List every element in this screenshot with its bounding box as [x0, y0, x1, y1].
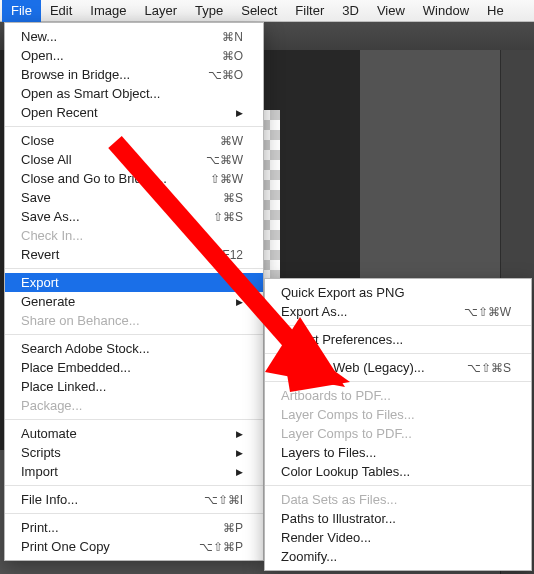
submenu-arrow-icon: ▶	[236, 467, 243, 477]
export-item-layers-to-files[interactable]: Layers to Files...	[265, 443, 531, 462]
menu-filter[interactable]: Filter	[286, 0, 333, 22]
shortcut-label: ⌘N	[222, 30, 243, 44]
menu-item-label: Artboards to PDF...	[281, 388, 391, 403]
menu-item-label: Export	[21, 275, 59, 290]
file-item-browse-in-bridge[interactable]: Browse in Bridge...⌥⌘O	[5, 65, 263, 84]
menu-item-label: Revert	[21, 247, 59, 262]
export-item-quick-export-as-png[interactable]: Quick Export as PNG	[265, 283, 531, 302]
shortcut-label: ⌥⇧⌘S	[467, 361, 511, 375]
file-item-automate[interactable]: Automate▶	[5, 424, 263, 443]
export-item-export-as[interactable]: Export As...⌥⇧⌘W	[265, 302, 531, 321]
menu-item-label: Generate	[21, 294, 75, 309]
menu-item-label: New...	[21, 29, 57, 44]
menu-view[interactable]: View	[368, 0, 414, 22]
menu-layer[interactable]: Layer	[136, 0, 187, 22]
export-item-paths-to-illustrator[interactable]: Paths to Illustrator...	[265, 509, 531, 528]
file-item-place-linked[interactable]: Place Linked...	[5, 377, 263, 396]
menu-item-label: Data Sets as Files...	[281, 492, 397, 507]
submenu-arrow-icon: ▶	[236, 448, 243, 458]
export-item-save-for-web-legacy[interactable]: Save for Web (Legacy)...⌥⇧⌘S	[265, 358, 531, 377]
shortcut-label: ⌥⌘O	[208, 68, 243, 82]
menu-edit[interactable]: Edit	[41, 0, 81, 22]
export-item-artboards-to-pdf: Artboards to PDF...	[265, 386, 531, 405]
menu-item-label: Zoomify...	[281, 549, 337, 564]
menu-item-label: Browse in Bridge...	[21, 67, 130, 82]
export-item-export-preferences[interactable]: Export Preferences...	[265, 330, 531, 349]
file-item-print-one-copy[interactable]: Print One Copy⌥⇧⌘P	[5, 537, 263, 556]
export-item-data-sets-as-files: Data Sets as Files...	[265, 490, 531, 509]
file-item-export[interactable]: Export▶	[5, 273, 263, 292]
file-item-generate[interactable]: Generate▶	[5, 292, 263, 311]
menu-he[interactable]: He	[478, 0, 513, 22]
file-item-open-recent[interactable]: Open Recent▶	[5, 103, 263, 122]
menu-item-label: Print One Copy	[21, 539, 110, 554]
menu-item-label: Package...	[21, 398, 82, 413]
export-item-render-video[interactable]: Render Video...	[265, 528, 531, 547]
menu-3d[interactable]: 3D	[333, 0, 368, 22]
menu-item-label: Place Embedded...	[21, 360, 131, 375]
file-item-save-as[interactable]: Save As...⇧⌘S	[5, 207, 263, 226]
file-item-scripts[interactable]: Scripts▶	[5, 443, 263, 462]
file-item-place-embedded[interactable]: Place Embedded...	[5, 358, 263, 377]
menu-item-label: File Info...	[21, 492, 78, 507]
file-item-close-and-go-to-bridge[interactable]: Close and Go to Bridge...⇧⌘W	[5, 169, 263, 188]
menu-item-label: Check In...	[21, 228, 83, 243]
file-item-package: Package...	[5, 396, 263, 415]
file-item-print[interactable]: Print...⌘P	[5, 518, 263, 537]
menu-item-label: Open...	[21, 48, 64, 63]
submenu-arrow-icon: ▶	[236, 278, 243, 288]
file-menu[interactable]: New...⌘NOpen...⌘OBrowse in Bridge...⌥⌘OO…	[4, 22, 264, 561]
export-submenu[interactable]: Quick Export as PNGExport As...⌥⇧⌘WExpor…	[264, 278, 532, 571]
shortcut-label: ⌘S	[223, 191, 243, 205]
menu-window[interactable]: Window	[414, 0, 478, 22]
file-item-new[interactable]: New...⌘N	[5, 27, 263, 46]
file-item-open[interactable]: Open...⌘O	[5, 46, 263, 65]
file-item-revert[interactable]: RevertF12	[5, 245, 263, 264]
menu-item-label: Place Linked...	[21, 379, 106, 394]
menu-item-label: Close	[21, 133, 54, 148]
export-item-zoomify[interactable]: Zoomify...	[265, 547, 531, 566]
menu-item-label: Save As...	[21, 209, 80, 224]
shortcut-label: ⌥⌘W	[206, 153, 243, 167]
shortcut-label: ⇧⌘S	[213, 210, 243, 224]
menu-item-label: Paths to Illustrator...	[281, 511, 396, 526]
submenu-arrow-icon: ▶	[236, 429, 243, 439]
menu-item-label: Color Lookup Tables...	[281, 464, 410, 479]
menu-item-label: Share on Behance...	[21, 313, 140, 328]
file-item-close[interactable]: Close⌘W	[5, 131, 263, 150]
menu-item-label: Render Video...	[281, 530, 371, 545]
submenu-arrow-icon: ▶	[236, 108, 243, 118]
shortcut-label: ⌥⇧⌘I	[204, 493, 243, 507]
export-item-color-lookup-tables[interactable]: Color Lookup Tables...	[265, 462, 531, 481]
menu-file[interactable]: File	[2, 0, 41, 22]
file-item-file-info[interactable]: File Info...⌥⇧⌘I	[5, 490, 263, 509]
shortcut-label: ⌥⇧⌘W	[464, 305, 511, 319]
menu-item-label: Save for Web (Legacy)...	[281, 360, 425, 375]
shortcut-label: ⌘W	[220, 134, 243, 148]
shortcut-label: ⌘P	[223, 521, 243, 535]
file-item-import[interactable]: Import▶	[5, 462, 263, 481]
file-item-search-adobe-stock[interactable]: Search Adobe Stock...	[5, 339, 263, 358]
export-item-layer-comps-to-pdf: Layer Comps to PDF...	[265, 424, 531, 443]
file-item-save[interactable]: Save⌘S	[5, 188, 263, 207]
menu-item-label: Close and Go to Bridge...	[21, 171, 167, 186]
menu-item-label: Import	[21, 464, 58, 479]
file-item-open-as-smart-object[interactable]: Open as Smart Object...	[5, 84, 263, 103]
menu-item-label: Automate	[21, 426, 77, 441]
menu-image[interactable]: Image	[81, 0, 135, 22]
shortcut-label: ⌥⇧⌘P	[199, 540, 243, 554]
menu-item-label: Search Adobe Stock...	[21, 341, 150, 356]
menu-select[interactable]: Select	[232, 0, 286, 22]
file-item-close-all[interactable]: Close All⌥⌘W	[5, 150, 263, 169]
menu-item-label: Export As...	[281, 304, 347, 319]
menu-item-label: Quick Export as PNG	[281, 285, 405, 300]
menu-item-label: Open Recent	[21, 105, 98, 120]
shortcut-label: F12	[222, 248, 243, 262]
menu-type[interactable]: Type	[186, 0, 232, 22]
menubar[interactable]: FileEditImageLayerTypeSelectFilter3DView…	[0, 0, 534, 22]
menu-item-label: Layers to Files...	[281, 445, 376, 460]
menu-item-label: Layer Comps to Files...	[281, 407, 415, 422]
export-item-layer-comps-to-files: Layer Comps to Files...	[265, 405, 531, 424]
menu-item-label: Close All	[21, 152, 72, 167]
file-item-check-in: Check In...	[5, 226, 263, 245]
